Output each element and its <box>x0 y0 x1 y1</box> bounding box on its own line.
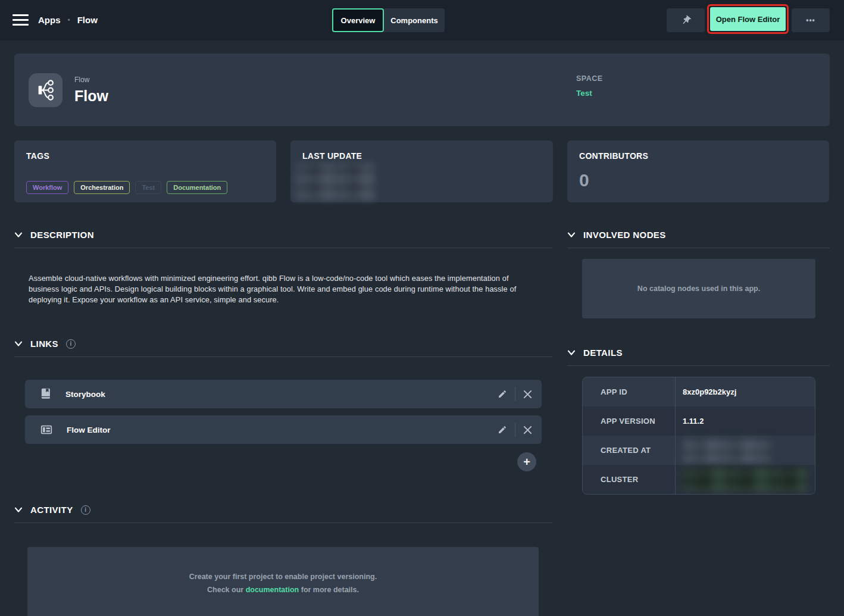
tag-test[interactable]: Test <box>135 181 161 194</box>
breadcrumb: Apps • Flow <box>38 15 98 25</box>
add-link-wrap: + <box>25 452 536 471</box>
documentation-link[interactable]: documentation <box>246 586 299 594</box>
activity-title: ACTIVITY <box>30 505 73 515</box>
activity-line1: Create your first project to enable proj… <box>189 573 377 581</box>
tag-orchestration[interactable]: Orchestration <box>74 181 130 194</box>
chevron-down-icon[interactable] <box>14 232 23 238</box>
links-title: LINKS <box>30 339 58 349</box>
plus-icon: + <box>523 455 530 469</box>
hamburger-menu-icon[interactable] <box>12 14 29 26</box>
annotation-highlight-box: Open Flow Editor <box>707 4 789 34</box>
more-options-button[interactable]: ••• <box>792 8 830 32</box>
pin-icon <box>678 12 694 29</box>
delete-x-icon[interactable] <box>523 426 532 434</box>
link-row-storybook[interactable]: Storybook <box>25 380 542 408</box>
contributors-title: CONTRIBUTORS <box>579 151 817 161</box>
right-column: INVOLVED NODES No catalog nodes used in … <box>567 230 830 616</box>
edit-pencil-icon[interactable] <box>498 389 507 399</box>
divider <box>515 423 515 437</box>
description-text: Assemble cloud-native workflows with min… <box>29 273 538 305</box>
link-label: Storybook <box>65 390 105 399</box>
activity-empty-card: Create your first project to enable proj… <box>27 547 539 616</box>
details-table: APP ID 8xz0p92b2kyzj APP VERSION 1.11.2 … <box>582 377 815 495</box>
table-row-app-version: APP VERSION 1.11.2 <box>583 407 815 436</box>
open-flow-editor-button[interactable]: Open Flow Editor <box>710 7 786 31</box>
divider <box>515 387 515 401</box>
space-label: SPACE <box>576 74 603 83</box>
links-list: Storybook <box>25 380 542 471</box>
description-title: DESCRIPTION <box>30 230 94 240</box>
delete-x-icon[interactable] <box>523 390 532 399</box>
links-section: LINKS i Storybook <box>14 339 552 471</box>
edit-pencil-icon[interactable] <box>498 425 507 434</box>
row-label: APP VERSION <box>583 407 675 436</box>
tags-title: TAGS <box>26 151 264 161</box>
activity-line2-prefix: Check our <box>207 586 243 594</box>
contributors-card: CONTRIBUTORS 0 <box>567 140 829 202</box>
app-type-label: Flow <box>74 76 108 84</box>
table-row-app-id: APP ID 8xz0p92b2kyzj <box>583 377 815 407</box>
links-header: LINKS i <box>14 339 552 357</box>
involved-nodes-title: INVOLVED NODES <box>583 230 666 240</box>
involved-nodes-empty-text: No catalog nodes used in this app. <box>637 284 760 293</box>
contributors-count: 0 <box>579 170 589 190</box>
chevron-down-icon[interactable] <box>14 507 23 513</box>
link-row-flow-editor[interactable]: Flow Editor <box>25 415 542 444</box>
left-column: DESCRIPTION Assemble cloud-native workfl… <box>14 230 552 616</box>
row-label: APP ID <box>583 377 675 407</box>
last-update-title: LAST UPDATE <box>302 151 541 161</box>
description-header: DESCRIPTION <box>14 230 552 248</box>
table-row-created-at: CREATED AT <box>583 436 815 465</box>
link-label: Flow Editor <box>67 426 111 434</box>
details-title: DETAILS <box>583 348 623 358</box>
tag-documentation[interactable]: Documentation <box>167 181 227 194</box>
breadcrumb-apps[interactable]: Apps <box>38 15 61 25</box>
top-bar: Apps • Flow Overview Components Open Flo… <box>0 0 844 40</box>
redacted-last-update-value <box>295 163 376 200</box>
add-link-button[interactable]: + <box>517 452 536 471</box>
space-link[interactable]: Test <box>576 89 603 98</box>
flow-diagram-icon <box>35 79 57 101</box>
row-value: 8xz0p92b2kyzj <box>675 377 815 407</box>
book-icon <box>39 387 52 401</box>
activity-section: ACTIVITY i Create your first project to … <box>14 505 552 616</box>
info-icon[interactable]: i <box>66 339 76 349</box>
redacted-created-at-value <box>683 438 772 463</box>
tags-list: Workflow Orchestration Test Documentatio… <box>26 181 227 194</box>
activity-line2-suffix: for more details. <box>301 586 359 594</box>
tags-card: TAGS Workflow Orchestration Test Documen… <box>14 140 276 202</box>
chevron-down-icon[interactable] <box>14 341 23 347</box>
details-header: DETAILS <box>567 348 830 366</box>
flow-app-icon <box>29 73 62 107</box>
breadcrumb-current: Flow <box>77 15 98 25</box>
tab-overview[interactable]: Overview <box>332 8 384 32</box>
last-update-card: LAST UPDATE <box>290 140 553 202</box>
activity-line2: Check our documentation for more details… <box>207 586 359 594</box>
row-label: CLUSTER <box>583 465 675 494</box>
details-section: DETAILS APP ID 8xz0p92b2kyzj APP VERSION… <box>567 348 830 495</box>
link-controls <box>498 423 532 437</box>
pin-button[interactable] <box>667 8 705 32</box>
row-value: 1.11.2 <box>675 407 815 436</box>
tab-components[interactable]: Components <box>384 8 445 32</box>
info-icon[interactable]: i <box>81 505 90 515</box>
app-title-block: Flow Flow <box>74 76 108 105</box>
breadcrumb-separator-icon: • <box>68 16 70 24</box>
description-section: DESCRIPTION Assemble cloud-native workfl… <box>14 230 552 305</box>
window-layout-icon <box>39 423 54 436</box>
main-grid: DESCRIPTION Assemble cloud-native workfl… <box>14 230 830 616</box>
app-header-card: Flow Flow SPACE Test <box>14 54 830 126</box>
row-label: CREATED AT <box>583 436 675 465</box>
row-value <box>675 465 815 494</box>
tag-workflow[interactable]: Workflow <box>26 181 68 194</box>
involved-nodes-section: INVOLVED NODES No catalog nodes used in … <box>567 230 830 318</box>
page-content: Flow Flow SPACE Test TAGS Workflow Orche… <box>0 40 844 616</box>
activity-header: ACTIVITY i <box>14 505 552 523</box>
view-tabs: Overview Components <box>332 8 445 32</box>
link-controls <box>498 387 532 401</box>
involved-nodes-header: INVOLVED NODES <box>567 230 830 248</box>
page-title: Flow <box>74 87 108 105</box>
chevron-down-icon[interactable] <box>567 350 576 356</box>
involved-nodes-empty-card: No catalog nodes used in this app. <box>582 259 815 318</box>
chevron-down-icon[interactable] <box>567 232 576 238</box>
